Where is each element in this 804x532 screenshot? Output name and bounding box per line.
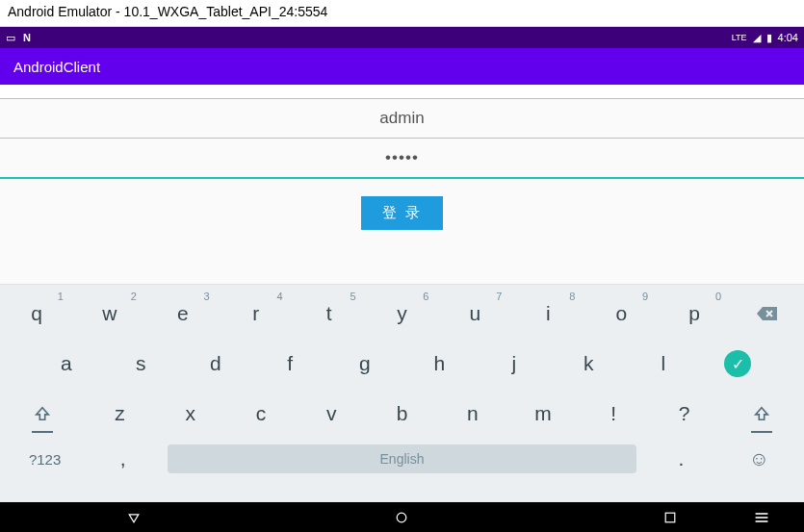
app-title: AndroidClient bbox=[13, 59, 100, 75]
key-y[interactable]: y6 bbox=[366, 289, 439, 339]
nav-recent-button[interactable] bbox=[641, 502, 699, 532]
symbols-key[interactable]: ?123 bbox=[6, 441, 84, 477]
username-input[interactable] bbox=[0, 98, 804, 139]
status-left: ▭ N bbox=[6, 32, 31, 44]
wifi-icon: ◢ bbox=[753, 32, 761, 44]
keyboard-row-3: zxcvbnm!? bbox=[0, 389, 804, 439]
android-status-bar: ▭ N LTE ◢ ▮ 4:04 bbox=[0, 27, 804, 48]
keyboard-row-1: q1w2e3r4t5y6u7i8o9p0 bbox=[0, 289, 804, 339]
key-s[interactable]: s bbox=[104, 339, 179, 389]
clock: 4:04 bbox=[778, 32, 798, 43]
key-w[interactable]: w2 bbox=[73, 289, 146, 339]
key-e[interactable]: e3 bbox=[146, 289, 220, 339]
comma-key[interactable]: , bbox=[84, 441, 162, 477]
app-action-bar: AndroidClient bbox=[0, 48, 804, 85]
shift-key-icon[interactable] bbox=[0, 389, 85, 439]
period-key[interactable]: . bbox=[642, 441, 720, 477]
key-o[interactable]: o9 bbox=[584, 289, 658, 339]
key-x[interactable]: x bbox=[155, 389, 225, 439]
key-q[interactable]: q1 bbox=[0, 289, 73, 339]
key-a[interactable]: a bbox=[29, 339, 104, 389]
soft-keyboard: q1w2e3r4t5y6u7i8o9p0 asdfghjkl✓ zxcvbnm!… bbox=[0, 284, 804, 502]
signal-icon: LTE bbox=[732, 33, 747, 42]
svg-rect-3 bbox=[665, 513, 675, 522]
svg-point-2 bbox=[398, 513, 407, 522]
key-z[interactable]: z bbox=[85, 389, 155, 439]
key-f[interactable]: f bbox=[253, 339, 328, 389]
n-icon: N bbox=[23, 32, 31, 44]
shift-key-icon[interactable] bbox=[719, 389, 804, 439]
enter-key[interactable]: ✓ bbox=[701, 339, 776, 389]
login-button[interactable]: 登 录 bbox=[361, 196, 442, 230]
status-right: LTE ◢ ▮ 4:04 bbox=[732, 32, 798, 44]
key-d[interactable]: d bbox=[178, 339, 253, 389]
key-b[interactable]: b bbox=[367, 389, 437, 439]
key-t[interactable]: t5 bbox=[293, 289, 366, 339]
key-l[interactable]: l bbox=[626, 339, 701, 389]
window-titlebar: Android Emulator - 10.1_WXGA_Tablet_API_… bbox=[0, 0, 804, 27]
emoji-key[interactable]: ☺ bbox=[720, 441, 798, 477]
key-n[interactable]: n bbox=[437, 389, 507, 439]
key-h[interactable]: h bbox=[402, 339, 478, 389]
key-v[interactable]: v bbox=[297, 389, 367, 439]
key-m[interactable]: m bbox=[507, 389, 578, 439]
card-icon: ▭ bbox=[6, 32, 15, 44]
key-i[interactable]: i8 bbox=[511, 289, 584, 339]
key-u[interactable]: u7 bbox=[438, 289, 511, 339]
keyboard-row-bottom: ?123 , English . ☺ bbox=[0, 439, 804, 479]
emulator-screen: ▭ N LTE ◢ ▮ 4:04 AndroidClient 登 录 q1w2e… bbox=[0, 27, 804, 532]
key-g[interactable]: g bbox=[327, 339, 402, 389]
spacebar-key[interactable]: English bbox=[168, 444, 636, 473]
keyboard-row-2: asdfghjkl✓ bbox=[0, 339, 804, 389]
key-r[interactable]: r4 bbox=[220, 289, 293, 339]
window-title: Android Emulator - 10.1_WXGA_Tablet_API_… bbox=[8, 4, 327, 19]
nav-back-button[interactable] bbox=[105, 502, 163, 532]
key-question[interactable]: ? bbox=[649, 389, 719, 439]
key-exclaim[interactable]: ! bbox=[579, 389, 649, 439]
nav-home-button[interactable] bbox=[373, 502, 430, 532]
key-c[interactable]: c bbox=[225, 389, 296, 439]
android-nav-bar bbox=[0, 502, 804, 532]
battery-icon: ▮ bbox=[766, 32, 772, 44]
key-k[interactable]: k bbox=[552, 339, 627, 389]
nav-menu-icon[interactable] bbox=[733, 502, 791, 532]
key-p[interactable]: p0 bbox=[658, 289, 731, 339]
key-j[interactable]: j bbox=[477, 339, 552, 389]
backspace-icon[interactable] bbox=[731, 289, 804, 339]
password-input[interactable] bbox=[0, 139, 804, 179]
